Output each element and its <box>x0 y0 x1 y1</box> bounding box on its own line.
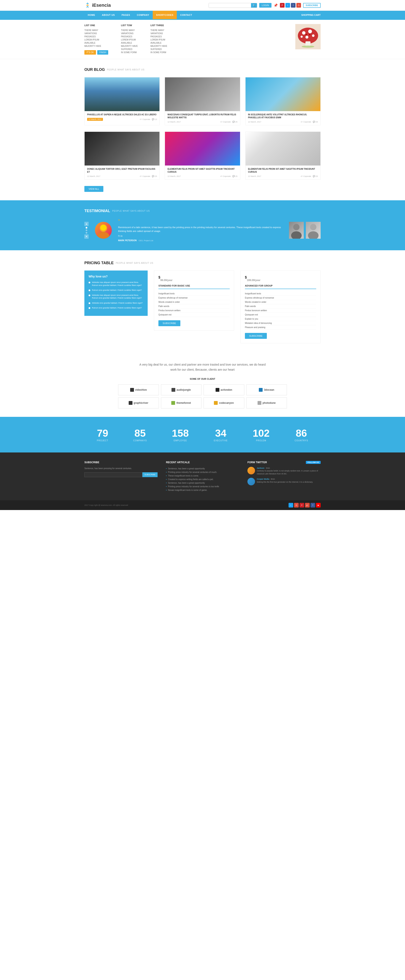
col1-item-3[interactable]: LOREM IPSUM <box>85 38 108 41</box>
footer-subscribe-button[interactable]: SUBSCRIBE <box>142 472 158 477</box>
col1-item-1[interactable]: VARIATIONS <box>85 32 108 35</box>
nav-items: HOME ABOUT US PAGES COMPANY SHORTCODES C… <box>85 11 196 19</box>
nav-company[interactable]: COMPANY <box>134 11 153 19</box>
search-button[interactable]: 🔍 <box>251 3 257 8</box>
client-audiojungle[interactable]: audiojungle <box>161 384 202 395</box>
col2-item-3[interactable]: LOREM IPSUM <box>121 38 138 41</box>
footer-google-icon[interactable]: G <box>294 503 299 508</box>
col1-item-4[interactable]: AVAILABLE <box>85 41 108 45</box>
photodune-icon <box>258 401 261 405</box>
stat-companys: 85 COMPANYS <box>133 427 147 442</box>
facebook-icon[interactable]: f <box>291 3 295 8</box>
blog-meta-1: 12 March, 2017 🏷 Coporate 💬 25 <box>167 121 237 123</box>
stat-prolem-label: PROLEM <box>256 439 266 442</box>
col3-item-3[interactable]: LOREM IPSUM <box>150 38 167 41</box>
blog-title-4: ELEMENTUM FELIS PROIN SIT AMET SAGITTIS … <box>167 168 237 173</box>
client-photodune[interactable]: photodune <box>246 398 287 409</box>
footer-article-3: Created to express writing fields are ca… <box>166 477 239 481</box>
testi-social-icons: f t in <box>118 235 123 237</box>
footer-youtube-icon[interactable]: ▶ <box>316 503 320 508</box>
col3-item-7[interactable]: IN SOME FORM <box>150 51 167 54</box>
nav-home[interactable]: HOME <box>85 11 99 19</box>
testimonial-role: CEO, Project List <box>139 240 153 242</box>
testi-prev-button[interactable]: ▲ <box>85 222 89 226</box>
col2-item-6[interactable]: SUFFERED <box>121 48 138 51</box>
col1-title: LIST ONE <box>85 24 108 27</box>
nav-cart[interactable]: SHOPPING CART <box>301 14 320 16</box>
logo[interactable]: iEsencia <box>85 2 111 8</box>
blog-meta-3: 12 March, 2017 🏷 Coporate 💬 25 <box>87 175 157 177</box>
blog-meta-right-2: 🏷 Coporate 💬 25 <box>301 121 318 123</box>
footer-articles-col: RECENT ARTICALE Sentence, has been a gre… <box>166 461 239 492</box>
tweet-content-0: Jackson · 3min Contrary to popular belie… <box>257 467 320 476</box>
svg-point-6 <box>308 30 312 33</box>
client-themeforest[interactable]: themeforest <box>161 398 202 409</box>
subscribe-button[interactable]: SUBSCRIBE <box>303 3 320 8</box>
blog-category-2: 🏷 Coporate <box>301 121 311 123</box>
col3-item-1[interactable]: VARIATIONS <box>150 32 167 35</box>
comment-icon-2: 💬 <box>313 121 315 123</box>
nav-about[interactable]: ABOUT US <box>99 11 118 19</box>
plan2-subscribe-button[interactable]: SUBSCRIBE <box>245 333 267 339</box>
copyright-text: 2017 Copy right @ iesencia.com. All righ… <box>85 504 128 506</box>
col1-item-0[interactable]: THERE MANY <box>85 29 108 32</box>
col3-item-5[interactable]: MAJORITY HAVE <box>150 45 167 48</box>
pin-icon: 📌 <box>274 3 278 7</box>
client-activeden[interactable]: activeden <box>204 384 244 395</box>
stat-project: 79 PROJECT <box>97 427 108 442</box>
col3-item-6[interactable]: SUFFERED <box>150 48 167 51</box>
svg-point-7 <box>312 34 314 37</box>
client-videohive[interactable]: videohive <box>118 384 159 395</box>
view-all-button[interactable]: VIEW ALL <box>85 186 104 192</box>
stat-countrys-number: 86 <box>295 427 308 439</box>
plan2-feature-4: Findus bonorum written <box>245 309 316 313</box>
col2-item-0[interactable]: THERE MANY <box>121 29 138 32</box>
why-item-3: Molestie eros gravida habitant. Potenti … <box>89 302 144 305</box>
testi-side-img-2 <box>306 222 320 239</box>
testi-next-button[interactable]: ▼ <box>85 234 89 239</box>
nav-pages[interactable]: PAGES <box>118 11 133 19</box>
plan1-per: /year <box>167 279 172 282</box>
testimonial-avatar <box>95 222 112 239</box>
blog-meta-5: 12 March, 2017 🏷 Coporate 💬 25 <box>248 175 318 177</box>
col3-item-0[interactable]: THERE MANY <box>150 29 167 32</box>
pricing-title: PRICING TABLE <box>85 261 114 265</box>
twitter-icon[interactable]: t <box>285 3 290 8</box>
blog-card-5: ELEMENTUM FELIS PROIN SIT AMET SAGITTIS … <box>245 132 320 180</box>
col2-item-1[interactable]: VARIATIONS <box>121 32 138 35</box>
col3-item-2[interactable]: PASSAGES <box>150 35 167 38</box>
col2-item-2[interactable]: PASSAGES <box>121 35 138 38</box>
footer-article-2: These insignificant texts is come. <box>166 474 239 477</box>
pinterest-icon[interactable]: P <box>280 3 285 8</box>
blog-meta-0: 12 March, 2017 🏷 Coporate 💬 13 <box>87 118 157 121</box>
col1-item-2[interactable]: PASSAGES <box>85 35 108 38</box>
nav-contact[interactable]: CONTACT <box>177 11 195 19</box>
blog-meta-right-1: 🏷 Coporate 💬 25 <box>220 121 238 123</box>
plan1-feature-0: Insignificant texts <box>158 291 230 296</box>
col1-item-5[interactable]: MAJORITY HAVE <box>85 45 108 48</box>
plan1-subscribe-button[interactable]: SUBSCRIBE <box>158 320 180 326</box>
footer-googleplus-icon[interactable]: g+ <box>305 503 310 508</box>
col2-title: LIST TOW <box>121 24 138 27</box>
nav-shortcodes[interactable]: SHORTCODES <box>153 11 177 19</box>
client-3docean[interactable]: 3docean <box>246 384 287 395</box>
footer-pinterest-icon[interactable]: P <box>300 503 304 508</box>
col3-item-4[interactable]: AVAILABLE <box>150 41 167 45</box>
footer-facebook-icon[interactable]: f <box>311 503 315 508</box>
blog-image-5 <box>246 132 320 165</box>
footer-twitter-icon[interactable]: t <box>289 503 293 508</box>
finish-button[interactable]: FINISH <box>97 50 108 55</box>
google-icon[interactable]: G <box>297 3 301 8</box>
client-codecanyon[interactable]: codecanyon <box>204 398 244 409</box>
col2-item-5[interactable]: MAJORITY HAVE <box>121 45 138 48</box>
col2-item-7[interactable]: IN SOME FORM <box>121 51 138 54</box>
login-button[interactable]: LOGIN <box>259 3 271 8</box>
client-graphicriver[interactable]: graphicriver <box>118 398 159 409</box>
footer-twitter-col: FORM TWITTER FOLLOW US Jackson · 3min Co… <box>247 461 320 492</box>
tweet-1: Cooper Media · 8min Making this the firs… <box>247 478 320 485</box>
footer-email-input[interactable] <box>85 472 142 477</box>
itsok-button[interactable]: IT'S OK <box>85 50 96 55</box>
col2-item-4[interactable]: AVAILABLE <box>121 41 138 45</box>
svg-point-9 <box>301 36 303 38</box>
search-input[interactable] <box>209 3 251 7</box>
